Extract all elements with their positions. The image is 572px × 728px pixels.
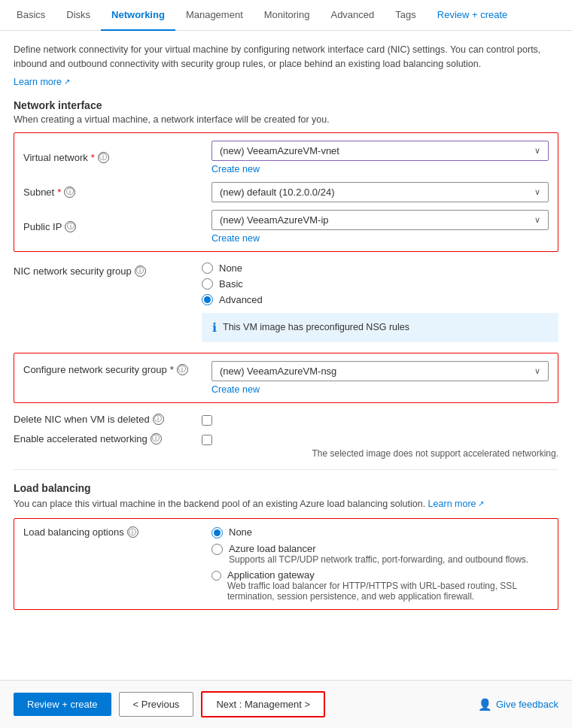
nic-nsg-info-icon[interactable]: ⓘ (135, 265, 146, 277)
delete-nic-info-icon[interactable]: ⓘ (153, 414, 164, 425)
configure-nsg-chevron: ∨ (534, 366, 540, 376)
public-ip-create-new[interactable]: Create new (211, 233, 549, 244)
subnet-dropdown[interactable]: (new) default (10.2.0.0/24) ∨ (211, 182, 549, 202)
learn-more-link[interactable]: Learn more ↗ (14, 77, 70, 87)
tab-review-create[interactable]: Review + create (427, 0, 519, 31)
nic-nsg-none-option[interactable]: None (202, 262, 558, 274)
load-balancing-desc: You can place this virtual machine in th… (14, 497, 558, 511)
next-button[interactable]: Next : Management > (201, 691, 325, 717)
lb-appgw-option[interactable]: Application gateway Web traffic load bal… (211, 569, 549, 602)
public-ip-dropdown[interactable]: (new) VeeamAzureVM-ip ∨ (211, 210, 549, 230)
nic-nsg-row: NIC network security group ⓘ None Basic … (14, 262, 558, 342)
lb-options-info-icon[interactable]: ⓘ (127, 526, 138, 538)
nic-nsg-label: NIC network security group ⓘ (14, 262, 202, 277)
tab-networking[interactable]: Networking (101, 0, 175, 31)
external-link-icon: ↗ (64, 77, 70, 86)
tab-management[interactable]: Management (175, 0, 254, 31)
tab-disks[interactable]: Disks (56, 0, 101, 31)
network-interface-desc: When creating a virtual machine, a netwo… (14, 114, 558, 125)
public-ip-row: Public IP ⓘ (new) VeeamAzureVM-ip ∨ Crea… (23, 210, 549, 244)
lb-learn-more-link[interactable]: Learn more ↗ (428, 497, 484, 511)
network-fields-box: Virtual network * ⓘ (new) VeeamAzureVM-v… (14, 132, 558, 252)
virtual-network-row: Virtual network * ⓘ (new) VeeamAzureVM-v… (23, 141, 549, 174)
public-ip-chevron: ∨ (534, 215, 540, 225)
virtual-network-info-icon[interactable]: ⓘ (98, 152, 109, 163)
configure-nsg-create-new[interactable]: Create new (211, 384, 549, 395)
nic-nsg-options: None Basic Advanced ℹ This VM image has … (202, 262, 558, 342)
nsg-info-circle-icon: ℹ (212, 320, 217, 335)
public-ip-label: Public IP ⓘ (23, 221, 211, 232)
lb-options-box: Load balancing options ⓘ None Azure load… (14, 518, 558, 610)
virtual-network-chevron: ∨ (534, 146, 540, 156)
nic-nsg-advanced-radio[interactable] (202, 294, 213, 305)
give-feedback-button[interactable]: 👤 Give feedback (478, 698, 558, 711)
configure-nsg-dropdown[interactable]: (new) VeeamAzureVM-nsg ∨ (211, 361, 549, 381)
accel-networking-checkbox[interactable] (202, 435, 212, 445)
nic-nsg-basic-radio[interactable] (202, 278, 213, 290)
section-divider (14, 469, 558, 470)
page-description: Define network connectivity for your vir… (14, 43, 558, 71)
bottom-bar: Review + create < Previous Next : Manage… (0, 680, 572, 728)
lb-azure-radio[interactable] (211, 544, 223, 555)
virtual-network-create-new[interactable]: Create new (211, 164, 549, 174)
lb-options-list: None Azure load balancer Supports all TC… (211, 526, 549, 602)
lb-external-link-icon: ↗ (478, 498, 484, 509)
tab-tags[interactable]: Tags (385, 0, 426, 31)
public-ip-field: (new) VeeamAzureVM-ip ∨ Create new (211, 210, 549, 244)
nsg-info-box: ℹ This VM image has preconfigured NSG ru… (202, 313, 558, 342)
delete-nic-row: Delete NIC when VM is deleted ⓘ (14, 414, 558, 426)
subnet-info-icon[interactable]: ⓘ (64, 187, 75, 198)
load-balancing-title: Load balancing (14, 482, 558, 494)
nic-nsg-advanced-option[interactable]: Advanced (202, 294, 558, 305)
subnet-row: Subnet * ⓘ (new) default (10.2.0.0/24) ∨ (23, 182, 549, 202)
nic-nsg-radio-group: None Basic Advanced (202, 262, 558, 305)
configure-nsg-label: Configure network security group * ⓘ (23, 361, 211, 375)
tab-monitoring[interactable]: Monitoring (254, 0, 321, 31)
delete-nic-field (202, 414, 558, 426)
tab-bar: Basics Disks Networking Management Monit… (0, 0, 572, 31)
feedback-person-icon: 👤 (478, 698, 492, 711)
lb-none-radio[interactable] (211, 527, 223, 538)
virtual-network-label: Virtual network * ⓘ (23, 152, 211, 163)
accel-networking-field: The selected image does not support acce… (202, 433, 558, 459)
subnet-chevron: ∨ (534, 187, 540, 197)
delete-nic-checkbox[interactable] (202, 415, 212, 426)
lb-none-option[interactable]: None (211, 526, 549, 538)
accel-networking-label: Enable accelerated networking ⓘ (14, 433, 202, 444)
nic-nsg-basic-option[interactable]: Basic (202, 278, 558, 290)
subnet-field: (new) default (10.2.0.0/24) ∨ (211, 182, 549, 202)
virtual-network-dropdown[interactable]: (new) VeeamAzureVM-vnet ∨ (211, 141, 549, 161)
accel-networking-note: The selected image does not support acce… (202, 448, 558, 459)
previous-button[interactable]: < Previous (119, 692, 194, 717)
configure-nsg-info-icon[interactable]: ⓘ (177, 364, 188, 375)
lb-appgw-radio[interactable] (211, 570, 221, 581)
tab-advanced[interactable]: Advanced (320, 0, 385, 31)
public-ip-info-icon[interactable]: ⓘ (65, 221, 76, 232)
tab-basics[interactable]: Basics (6, 0, 56, 31)
configure-nsg-box: Configure network security group * ⓘ (ne… (14, 353, 558, 403)
accel-networking-info-icon[interactable]: ⓘ (151, 433, 162, 444)
nic-nsg-none-radio[interactable] (202, 262, 213, 274)
lb-azure-option[interactable]: Azure load balancer Supports all TCP/UDP… (211, 543, 549, 565)
network-interface-title: Network interface (14, 99, 558, 111)
review-create-button[interactable]: Review + create (14, 693, 111, 716)
delete-nic-label: Delete NIC when VM is deleted ⓘ (14, 414, 202, 425)
virtual-network-field: (new) VeeamAzureVM-vnet ∨ Create new (211, 141, 549, 174)
accel-networking-row: Enable accelerated networking ⓘ The sele… (14, 433, 558, 459)
main-content: Define network connectivity for your vir… (0, 31, 572, 632)
subnet-label: Subnet * ⓘ (23, 187, 211, 198)
configure-nsg-field: (new) VeeamAzureVM-nsg ∨ Create new (211, 361, 549, 395)
lb-options-label: Load balancing options ⓘ (23, 526, 211, 538)
